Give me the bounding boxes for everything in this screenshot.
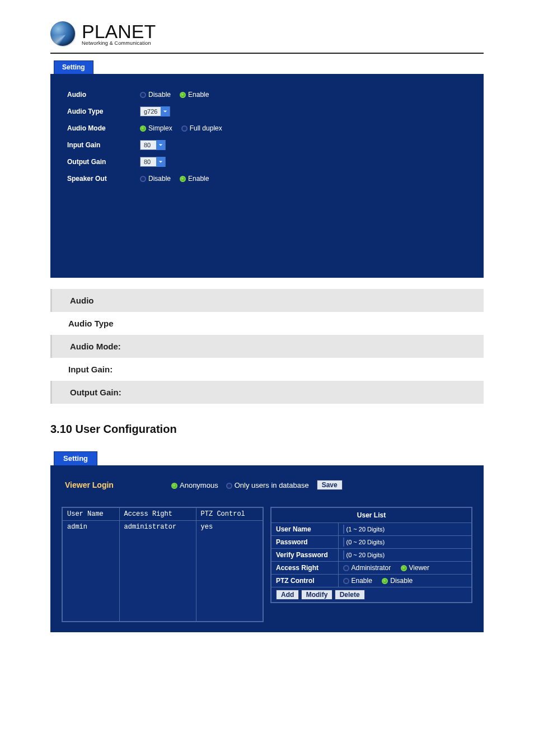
radio-label: Enable (352, 577, 372, 585)
logo-globe-icon (50, 21, 75, 46)
divider (50, 53, 484, 54)
modify-button[interactable]: Modify (301, 590, 333, 600)
label-audio-mode: Audio Mode (67, 124, 140, 132)
radio-label: Anonymous (180, 481, 218, 489)
radio-speaker-disable[interactable]: Disable (140, 175, 171, 183)
select-input-gain[interactable]: 80 (140, 140, 166, 150)
radio-label: Disable (148, 175, 171, 183)
label-viewer-login: Viewer Login (65, 480, 171, 489)
logo: PLANET Networking & Communication (50, 21, 484, 46)
chevron-down-icon (156, 140, 165, 150)
label-password: Password (271, 536, 338, 549)
radio-viewer-anonymous[interactable]: Anonymous (171, 481, 218, 489)
chevron-down-icon (156, 157, 165, 167)
select-value: g726 (140, 108, 161, 115)
th-accessright: Access Right (119, 507, 196, 521)
label-input-gain: Input Gain (67, 141, 140, 149)
select-value: 80 (140, 142, 156, 148)
label-ptz-control: PTZ Control (271, 575, 338, 587)
select-audio-type[interactable]: g726 (140, 106, 170, 116)
radio-label: Administrator (352, 564, 391, 572)
band-audio: Audio (50, 289, 484, 312)
label-access-right: Access Right (271, 562, 338, 575)
radio-ptz-disable[interactable]: Disable (382, 577, 413, 585)
cell-accessright: administrator (119, 521, 196, 622)
section-heading-user-config: 3.10 User Configuration (50, 423, 484, 436)
band-audio-mode: Audio Mode: (50, 335, 484, 358)
radio-access-viewer[interactable]: Viewer (401, 564, 429, 572)
radio-audio-disable[interactable]: Disable (140, 91, 171, 99)
radio-viewer-database[interactable]: Only users in database (226, 481, 309, 489)
radio-audio-mode-simplex[interactable]: Simplex (140, 124, 172, 132)
cell-username: admin (62, 521, 119, 622)
hint-password: (0 ~ 20 Digits) (344, 539, 385, 545)
add-button[interactable]: Add (276, 590, 299, 600)
audio-settings-panel: Audio Disable Enable Audio Type g726 Aud… (50, 74, 484, 278)
th-ptzcontrol: PTZ Control (196, 507, 263, 521)
save-button[interactable]: Save (317, 480, 343, 490)
radio-access-admin[interactable]: Administrator (343, 564, 391, 572)
select-value: 80 (140, 158, 156, 165)
radio-label: Only users in database (235, 481, 309, 489)
cell-ptzcontrol: yes (196, 521, 263, 622)
radio-audio-enable[interactable]: Enable (180, 91, 209, 99)
label-audio: Audio (67, 91, 140, 99)
label-output-gain: Output Gain (67, 158, 140, 166)
band-output-gain: Output Gain: (50, 381, 484, 404)
table-row[interactable]: admin administrator yes (62, 521, 263, 622)
radio-label: Full duplex (190, 124, 222, 132)
band-input-gain: Input Gain: (50, 358, 484, 381)
user-config-panel: Viewer Login Anonymous Only users in dat… (50, 465, 484, 632)
user-list-form: User List User Name (1 ~ 20 Digits) Pass… (270, 507, 472, 603)
label-audio-type: Audio Type (67, 108, 140, 115)
logo-sub-text: Networking & Communication (82, 41, 156, 46)
select-output-gain[interactable]: 80 (140, 157, 166, 167)
radio-speaker-enable[interactable]: Enable (180, 175, 209, 183)
radio-label: Enable (188, 175, 209, 183)
logo-main-text: PLANET (82, 22, 156, 41)
tab-setting-user[interactable]: Setting (54, 451, 97, 465)
hint-verify-password: (0 ~ 20 Digits) (344, 552, 385, 558)
users-table: User Name Access Right PTZ Control admin… (62, 507, 264, 622)
radio-label: Disable (148, 91, 171, 99)
radio-label: Disable (390, 577, 413, 585)
tab-setting-audio[interactable]: Setting (54, 60, 93, 74)
radio-label: Viewer (409, 564, 429, 572)
table-header-row: User Name Access Right PTZ Control (62, 507, 263, 521)
radio-ptz-enable[interactable]: Enable (343, 577, 372, 585)
th-username: User Name (62, 507, 119, 521)
radio-audio-mode-fullduplex[interactable]: Full duplex (181, 124, 222, 132)
label-speaker-out: Speaker Out (67, 175, 140, 183)
user-list-title: User List (271, 507, 472, 523)
hint-username: (1 ~ 20 Digits) (344, 526, 385, 533)
band-audio-type: Audio Type (50, 312, 484, 335)
radio-label: Simplex (148, 124, 172, 132)
radio-label: Enable (188, 91, 209, 99)
delete-button[interactable]: Delete (335, 590, 365, 600)
label-verify-password: Verify Password (271, 549, 338, 562)
label-username: User Name (271, 523, 338, 536)
chevron-down-icon (161, 106, 170, 116)
